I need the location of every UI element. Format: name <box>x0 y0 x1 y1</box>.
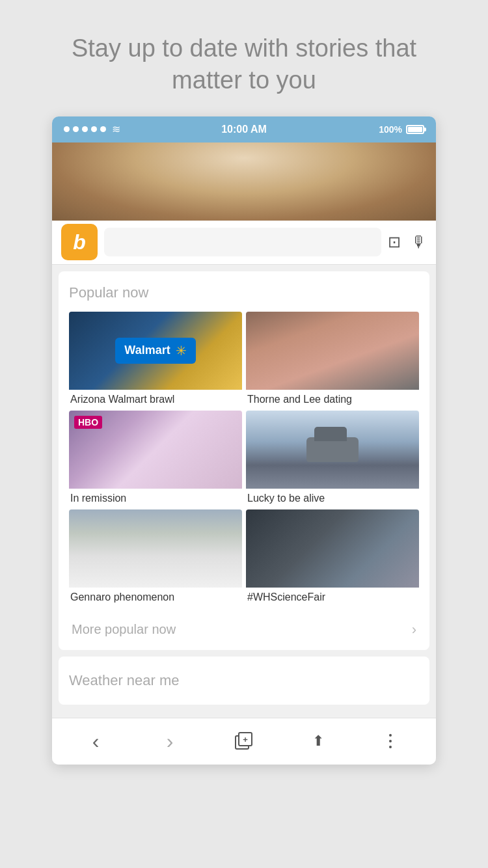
plus-icon: + <box>243 735 248 744</box>
menu-dot-2 <box>389 740 392 742</box>
more-popular-row[interactable]: More popular now › <box>69 611 419 644</box>
new-tab-icon: + <box>235 732 253 750</box>
signal-area: ≋ <box>64 123 120 135</box>
search-input-area[interactable] <box>104 228 381 256</box>
news-caption-pope: Gennaro phenomenon <box>69 588 242 604</box>
bing-logo-letter: b <box>73 232 86 252</box>
share-icon: ⬆ <box>312 734 324 748</box>
popular-now-title: Popular now <box>69 284 419 301</box>
news-item-thorne[interactable]: Thorne and Lee dating <box>246 312 419 407</box>
popular-now-card: Popular now Walmart ✳ Arizona Walmart br… <box>59 271 429 650</box>
news-caption-car: Lucky to be alive <box>246 489 419 506</box>
forward-button[interactable]: › <box>150 722 189 761</box>
microphone-icon[interactable]: 🎙 <box>411 233 427 251</box>
signal-dot-4 <box>91 126 97 132</box>
news-grid: Walmart ✳ Arizona Walmart brawl Thorne a… <box>69 312 419 604</box>
thumb-science <box>246 509 419 588</box>
search-bar[interactable]: b ⊡ 🎙 <box>52 221 436 265</box>
battery-icon <box>406 125 424 134</box>
walmart-sign: Walmart ✳ <box>115 338 195 364</box>
status-time: 10:00 AM <box>221 124 267 135</box>
tagline: Stay up to date with stories that matter… <box>0 0 488 116</box>
back-icon: ‹ <box>92 729 100 753</box>
thumb-thorne <box>246 312 419 390</box>
news-item-science[interactable]: #WHScienceFair <box>246 509 419 604</box>
walmart-logo-text: Walmart <box>124 344 170 357</box>
more-popular-label: More popular now <box>72 622 176 637</box>
battery-area: 100% <box>379 124 424 135</box>
thumb-hbo: HBO <box>69 411 242 489</box>
news-caption-science: #WHScienceFair <box>246 588 419 604</box>
news-item-car[interactable]: Lucky to be alive <box>246 411 419 506</box>
hero-bear-image <box>52 142 436 221</box>
signal-dot-1 <box>64 126 70 132</box>
wifi-icon: ≋ <box>112 123 120 135</box>
thumb-pope <box>69 509 242 588</box>
hbo-label: HBO <box>74 416 102 429</box>
menu-row-1 <box>389 734 396 737</box>
hero-image <box>52 142 436 221</box>
share-arrow-icon: ⬆ <box>312 734 324 748</box>
search-action-icons: ⊡ 🎙 <box>388 233 427 251</box>
battery-percent: 100% <box>379 124 402 135</box>
news-item-pope[interactable]: Gennaro phenomenon <box>69 509 242 604</box>
phone-frame: ≋ 10:00 AM 100% b ⊡ 🎙 Popular now <box>52 116 436 765</box>
menu-row-3 <box>389 746 396 748</box>
news-item-walmart[interactable]: Walmart ✳ Arizona Walmart brawl <box>69 312 242 407</box>
battery-fill <box>408 127 422 132</box>
bottom-toolbar: ‹ › + ⬆ <box>52 718 436 765</box>
status-bar: ≋ 10:00 AM 100% <box>52 116 436 142</box>
menu-button[interactable] <box>373 722 412 761</box>
thumb-car <box>246 411 419 489</box>
camera-icon[interactable]: ⊡ <box>388 233 401 251</box>
back-button[interactable]: ‹ <box>76 722 115 761</box>
signal-dot-3 <box>82 126 88 132</box>
thumb-walmart: Walmart ✳ <box>69 312 242 390</box>
forward-icon: › <box>167 729 174 753</box>
news-caption-walmart: Arizona Walmart brawl <box>69 390 242 407</box>
bing-logo[interactable]: b <box>61 224 98 260</box>
menu-row-2 <box>389 740 396 742</box>
news-caption-hbo: In remission <box>69 489 242 506</box>
walmart-star-icon: ✳ <box>176 343 187 359</box>
signal-dot-2 <box>73 126 79 132</box>
new-tab-button[interactable]: + <box>224 722 264 761</box>
menu-dot-1 <box>389 734 392 737</box>
weather-card[interactable]: Weather near me <box>59 657 429 705</box>
chevron-right-icon: › <box>412 621 416 638</box>
tab-front-square: + <box>238 732 252 746</box>
news-item-hbo[interactable]: HBO In remission <box>69 411 242 506</box>
signal-dot-5 <box>100 126 106 132</box>
news-caption-thorne: Thorne and Lee dating <box>246 390 419 407</box>
car-shape <box>306 437 359 462</box>
share-button[interactable]: ⬆ <box>299 722 338 761</box>
weather-title: Weather near me <box>69 672 419 689</box>
menu-icon <box>389 734 396 748</box>
content-area: Popular now Walmart ✳ Arizona Walmart br… <box>52 265 436 718</box>
menu-dot-3 <box>389 746 392 748</box>
